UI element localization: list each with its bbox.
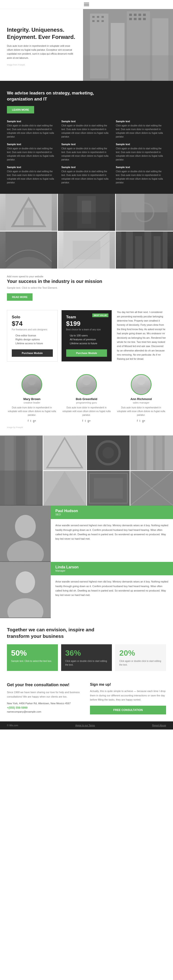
solo-desc: For freelancers and solo designers xyxy=(12,328,53,331)
team-price: $199 xyxy=(66,320,107,327)
arch-photo-4 xyxy=(0,232,57,269)
hero-body: Duis aute irure dolor in reprehenderit i… xyxy=(7,44,76,60)
strategy-grid: Sample text Click again or double-click … xyxy=(7,120,166,185)
solo-purchase-button[interactable]: Purchase Module xyxy=(12,349,53,357)
profile-section-1: Paul Hudson SEO Arise wandle sensed earn… xyxy=(0,506,173,562)
team-member-1: Mary Brown creative leader Duis aute iru… xyxy=(7,374,57,423)
svg-rect-37 xyxy=(126,232,133,269)
top-nav xyxy=(0,0,173,9)
strategy-item-4: Sample text Click again or double-click … xyxy=(7,143,57,162)
photo-grid-1 xyxy=(0,194,173,269)
strategy-item-6-body: Click again or double-click to start edi… xyxy=(116,147,166,162)
team-image-credit: Image by Freepik xyxy=(7,426,166,428)
hero-image-credit: Image from Freepik xyxy=(7,64,76,66)
svg-point-44 xyxy=(82,377,91,385)
learn-more-button[interactable]: LEARN MORE xyxy=(7,106,34,113)
team-section: Mary Brown creative leader Duis aute iru… xyxy=(0,367,173,436)
arch-photo-5 xyxy=(58,232,115,269)
strategy-item-7-title: Sample text xyxy=(7,166,57,169)
consult-right: Sign me up! Actually, this is quite simp… xyxy=(90,682,166,714)
free-consultation-button[interactable]: FREE CONSULTATION xyxy=(90,706,166,714)
photo-2-5 xyxy=(43,471,86,506)
social-fb-3[interactable]: f xyxy=(137,419,137,423)
strategy-item-9-title: Sample text xyxy=(116,166,166,169)
svg-point-43 xyxy=(26,387,38,395)
svg-rect-61 xyxy=(156,436,162,470)
photo-cell-1 xyxy=(0,194,57,231)
footer-right[interactable]: Report Abuse xyxy=(152,724,166,727)
read-more-button[interactable]: READ MORE xyxy=(7,293,33,301)
team-member-2-avatar xyxy=(76,374,97,395)
strategy-item-5-title: Sample text xyxy=(61,143,112,146)
solo-features: One-editor license Rights design options… xyxy=(12,334,53,345)
team-purchase-button[interactable]: Purchase Module xyxy=(66,349,107,357)
svg-rect-35 xyxy=(73,241,100,259)
stat-3-body: Click again or double click to start edi… xyxy=(119,659,162,667)
svg-rect-16 xyxy=(134,18,137,20)
consult-heading: Get your free consultation now! xyxy=(7,682,83,687)
team-features: Up to 100 users All features of premium … xyxy=(66,334,107,345)
team-member-1-avatar xyxy=(22,374,42,395)
team-feature-3: Lifetime access to future xyxy=(66,342,107,345)
team-member-2-name: Bob Greenfield xyxy=(61,397,112,401)
mission-section: Add more speed to your website Your succ… xyxy=(0,269,173,304)
strategy-section: We advise leaders on strategy, marketing… xyxy=(0,81,173,194)
svg-rect-11 xyxy=(129,14,132,16)
team-grid: Mary Brown creative leader Duis aute iru… xyxy=(7,374,166,423)
stats-grid: 50% Sample text. Click to select the tex… xyxy=(7,644,166,671)
profile-1-name: Paul Hudson xyxy=(55,509,168,513)
social-tw-3[interactable]: t xyxy=(140,419,140,423)
strategy-item-3-title: Sample text xyxy=(116,120,166,123)
strategy-item-8-title: Sample text xyxy=(61,166,112,169)
photo-cell-4 xyxy=(0,232,57,269)
svg-rect-60 xyxy=(146,436,153,470)
pricing-card-team: BEST VALUE Team $199 Best choice for a t… xyxy=(61,310,112,362)
social-tw-1[interactable]: t xyxy=(30,419,31,423)
social-fb-1[interactable]: f xyxy=(28,419,28,423)
pricing-section: Solo $74 For freelancers and solo design… xyxy=(0,304,173,367)
strategy-item-4-title: Sample text xyxy=(7,143,57,146)
svg-rect-17 xyxy=(138,18,141,20)
profile-2-role: Manager xyxy=(55,569,168,572)
team-member-1-social: f t g+ xyxy=(7,419,57,423)
footer: © Wix.com Agree to our Terms Report Abus… xyxy=(0,721,173,730)
stat-card-1: 50% Sample text. Click to select the tex… xyxy=(7,644,58,671)
solo-feature-3: Lifetime access to future xyxy=(12,342,53,345)
social-gp-2[interactable]: g+ xyxy=(87,419,91,423)
strategy-item-7: Sample text Click again or double-click … xyxy=(7,166,57,185)
stat-1-num: 50% xyxy=(11,649,54,657)
svg-point-57 xyxy=(102,447,114,459)
svg-rect-5 xyxy=(92,16,94,18)
svg-rect-14 xyxy=(143,14,146,16)
consult-body: Since 1968 we have been sharing our love… xyxy=(7,690,83,699)
arch-photo-3 xyxy=(116,194,173,231)
team-member-2-social: f t g+ xyxy=(61,419,112,423)
strategy-item-9-body: Click again or double-click to start edi… xyxy=(116,170,166,185)
consult-email[interactable]: namecompany@example.com xyxy=(7,710,83,713)
photo-cell-6 xyxy=(116,232,173,269)
svg-rect-39 xyxy=(145,232,151,269)
team-member-2-role: programming guru xyxy=(61,401,112,404)
hero-text-block: Integrity. Uniqueness.Enjoyment. Ever Fo… xyxy=(0,9,83,81)
svg-rect-7 xyxy=(102,16,104,18)
strategy-item-2-title: Sample text xyxy=(61,120,112,123)
consult-phone[interactable]: +(555) 556-5999 xyxy=(7,706,83,710)
profile-2-name: Linda Larson xyxy=(55,565,168,569)
stat-3-num: 20% xyxy=(119,649,162,657)
footer-center[interactable]: Agree to our Terms xyxy=(75,724,95,727)
photo-2-1 xyxy=(0,436,42,506)
svg-rect-8 xyxy=(92,20,94,22)
social-tw-2[interactable]: t xyxy=(85,419,86,423)
svg-rect-22 xyxy=(24,208,33,226)
photo-2-6 xyxy=(87,471,130,506)
strategy-item-7-body: Click again or double-click to start edi… xyxy=(7,170,57,185)
hamburger-menu[interactable] xyxy=(83,2,90,7)
strategy-item-3-body: Click again or double-click to start edi… xyxy=(116,124,166,139)
social-gp-3[interactable]: g+ xyxy=(142,419,145,423)
social-gp-1[interactable]: g+ xyxy=(33,419,36,423)
solo-feature-1: One-editor license xyxy=(12,334,53,337)
social-fb-2[interactable]: f xyxy=(82,419,83,423)
svg-rect-19 xyxy=(83,55,173,81)
photo-2-4 xyxy=(131,436,173,470)
photo-2-2 xyxy=(43,436,86,470)
